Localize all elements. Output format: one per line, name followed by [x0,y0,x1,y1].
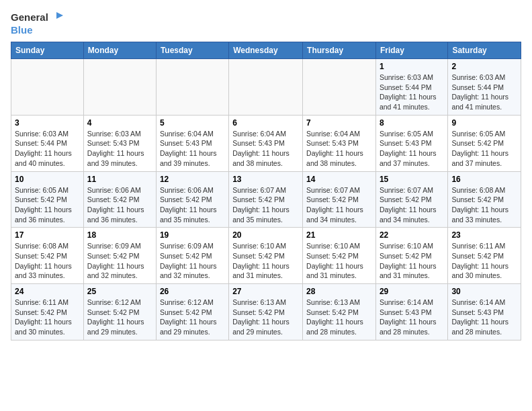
day-number: 7 [306,118,372,128]
calendar-day-cell: 15Sunrise: 6:07 AMSunset: 5:42 PMDayligh… [375,171,447,228]
day-number: 5 [160,118,225,128]
day-info: Sunrise: 6:13 AMSunset: 5:42 PMDaylight:… [232,298,299,337]
calendar-empty-cell [156,59,228,116]
day-info: Sunrise: 6:10 AMSunset: 5:42 PMDaylight:… [306,241,372,281]
day-info: Sunrise: 6:10 AMSunset: 5:42 PMDaylight:… [232,241,299,281]
day-number: 22 [380,230,444,240]
weekday-header-thursday: Thursday [303,42,376,59]
svg-marker-0 [56,12,63,19]
calendar-day-cell: 28Sunrise: 6:13 AMSunset: 5:42 PMDayligh… [303,284,376,340]
day-info: Sunrise: 6:05 AMSunset: 5:42 PMDaylight:… [451,129,517,169]
calendar-day-cell: 17Sunrise: 6:08 AMSunset: 5:42 PMDayligh… [11,228,84,284]
calendar-day-cell: 3Sunrise: 6:03 AMSunset: 5:44 PMDaylight… [11,115,84,171]
day-number: 30 [451,287,517,296]
day-info: Sunrise: 6:11 AMSunset: 5:42 PMDaylight:… [15,298,80,337]
day-info: Sunrise: 6:04 AMSunset: 5:43 PMDaylight:… [306,129,372,169]
day-number: 1 [380,62,444,71]
calendar-week-row: 17Sunrise: 6:08 AMSunset: 5:42 PMDayligh… [11,228,521,284]
calendar-day-cell: 18Sunrise: 6:09 AMSunset: 5:42 PMDayligh… [83,228,156,284]
day-number: 8 [380,118,444,128]
day-number: 25 [87,287,152,296]
day-info: Sunrise: 6:05 AMSunset: 5:42 PMDaylight:… [15,185,80,225]
day-info: Sunrise: 6:14 AMSunset: 5:43 PMDaylight:… [451,298,517,337]
day-info: Sunrise: 6:10 AMSunset: 5:42 PMDaylight:… [380,241,444,281]
logo-wordmark: General Blue [11,11,63,36]
calendar-empty-cell [83,59,156,116]
day-number: 17 [15,230,80,240]
day-number: 13 [232,175,299,184]
day-info: Sunrise: 6:03 AMSunset: 5:44 PMDaylight:… [15,129,80,169]
day-info: Sunrise: 6:08 AMSunset: 5:42 PMDaylight:… [451,185,517,225]
calendar-body: 1Sunrise: 6:03 AMSunset: 5:44 PMDaylight… [11,59,521,340]
day-info: Sunrise: 6:05 AMSunset: 5:43 PMDaylight:… [380,129,444,169]
calendar-day-cell: 25Sunrise: 6:12 AMSunset: 5:42 PMDayligh… [83,284,156,340]
calendar-day-cell: 10Sunrise: 6:05 AMSunset: 5:42 PMDayligh… [11,171,84,228]
calendar-day-cell: 1Sunrise: 6:03 AMSunset: 5:44 PMDaylight… [375,59,447,116]
calendar-header-row: SundayMondayTuesdayWednesdayThursdayFrid… [11,42,521,59]
calendar-day-cell: 2Sunrise: 6:03 AMSunset: 5:44 PMDaylight… [448,59,521,116]
calendar-day-cell: 29Sunrise: 6:14 AMSunset: 5:43 PMDayligh… [375,284,447,340]
day-number: 24 [15,287,80,296]
day-number: 18 [87,230,152,240]
logo-blue-text: Blue [11,24,63,36]
weekday-header-wednesday: Wednesday [229,42,303,59]
calendar-week-row: 10Sunrise: 6:05 AMSunset: 5:42 PMDayligh… [11,171,521,228]
day-number: 28 [306,287,372,296]
calendar-day-cell: 8Sunrise: 6:05 AMSunset: 5:43 PMDaylight… [375,115,447,171]
calendar-empty-cell [11,59,84,116]
day-info: Sunrise: 6:14 AMSunset: 5:43 PMDaylight:… [380,298,444,337]
calendar-day-cell: 7Sunrise: 6:04 AMSunset: 5:43 PMDaylight… [303,115,376,171]
day-number: 14 [306,175,372,184]
day-number: 16 [451,175,517,184]
day-number: 9 [451,118,517,128]
day-number: 20 [232,230,299,240]
calendar-day-cell: 16Sunrise: 6:08 AMSunset: 5:42 PMDayligh… [448,171,521,228]
day-info: Sunrise: 6:07 AMSunset: 5:42 PMDaylight:… [306,185,372,225]
calendar-table: SundayMondayTuesdayWednesdayThursdayFrid… [11,42,521,340]
day-info: Sunrise: 6:03 AMSunset: 5:43 PMDaylight:… [87,129,152,169]
day-info: Sunrise: 6:07 AMSunset: 5:42 PMDaylight:… [380,185,444,225]
calendar-day-cell: 19Sunrise: 6:09 AMSunset: 5:42 PMDayligh… [156,228,228,284]
calendar-day-cell: 26Sunrise: 6:12 AMSunset: 5:42 PMDayligh… [156,284,228,340]
calendar-day-cell: 13Sunrise: 6:07 AMSunset: 5:42 PMDayligh… [229,171,303,228]
day-info: Sunrise: 6:12 AMSunset: 5:42 PMDaylight:… [87,298,152,337]
calendar-day-cell: 24Sunrise: 6:11 AMSunset: 5:42 PMDayligh… [11,284,84,340]
logo-flag-icon [50,11,63,24]
day-info: Sunrise: 6:09 AMSunset: 5:42 PMDaylight:… [87,241,152,281]
calendar-day-cell: 30Sunrise: 6:14 AMSunset: 5:43 PMDayligh… [448,284,521,340]
day-info: Sunrise: 6:09 AMSunset: 5:42 PMDaylight:… [160,241,225,281]
day-number: 26 [160,287,225,296]
day-number: 15 [380,175,444,184]
weekday-header-tuesday: Tuesday [156,42,228,59]
calendar-week-row: 24Sunrise: 6:11 AMSunset: 5:42 PMDayligh… [11,284,521,340]
day-info: Sunrise: 6:07 AMSunset: 5:42 PMDaylight:… [232,185,299,225]
day-number: 21 [306,230,372,240]
calendar-day-cell: 21Sunrise: 6:10 AMSunset: 5:42 PMDayligh… [303,228,376,284]
calendar-day-cell: 14Sunrise: 6:07 AMSunset: 5:42 PMDayligh… [303,171,376,228]
day-number: 10 [15,175,80,184]
calendar-day-cell: 4Sunrise: 6:03 AMSunset: 5:43 PMDaylight… [83,115,156,171]
day-info: Sunrise: 6:06 AMSunset: 5:42 PMDaylight:… [160,185,225,225]
day-number: 12 [160,175,225,184]
calendar-empty-cell [303,59,376,116]
day-info: Sunrise: 6:04 AMSunset: 5:43 PMDaylight:… [232,129,299,169]
calendar-day-cell: 5Sunrise: 6:04 AMSunset: 5:43 PMDaylight… [156,115,228,171]
day-number: 2 [451,62,517,71]
calendar-week-row: 3Sunrise: 6:03 AMSunset: 5:44 PMDaylight… [11,115,521,171]
day-number: 4 [87,118,152,128]
calendar-day-cell: 23Sunrise: 6:11 AMSunset: 5:42 PMDayligh… [448,228,521,284]
day-number: 11 [87,175,152,184]
logo-general-text: General [11,11,48,24]
day-number: 3 [15,118,80,128]
day-info: Sunrise: 6:13 AMSunset: 5:42 PMDaylight:… [306,298,372,337]
weekday-header-sunday: Sunday [11,42,84,59]
day-number: 23 [451,230,517,240]
day-info: Sunrise: 6:11 AMSunset: 5:42 PMDaylight:… [451,241,517,281]
calendar-empty-cell [229,59,303,116]
calendar-day-cell: 20Sunrise: 6:10 AMSunset: 5:42 PMDayligh… [229,228,303,284]
day-info: Sunrise: 6:08 AMSunset: 5:42 PMDaylight:… [15,241,80,281]
day-number: 29 [380,287,444,296]
calendar-day-cell: 6Sunrise: 6:04 AMSunset: 5:43 PMDaylight… [229,115,303,171]
header: General Blue [11,11,521,36]
day-number: 19 [160,230,225,240]
